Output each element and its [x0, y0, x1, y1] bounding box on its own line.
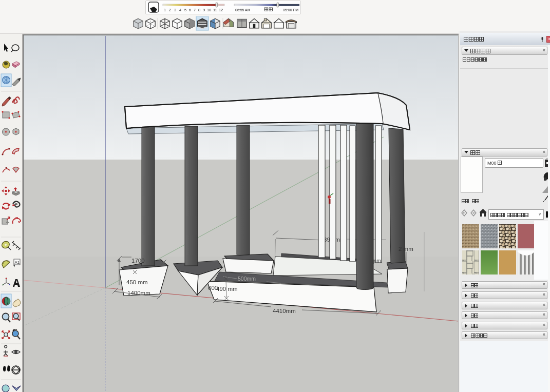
svg-text:11: 11	[213, 8, 217, 12]
svg-text:4: 4	[179, 8, 181, 12]
svg-text:06:55 AM: 06:55 AM	[235, 8, 251, 12]
svg-text:6: 6	[189, 8, 191, 12]
svg-text:490 mm: 490 mm	[216, 286, 238, 292]
svg-text:5: 5	[184, 8, 186, 12]
svg-text:10: 10	[207, 8, 211, 12]
svg-text:A1: A1	[15, 260, 20, 265]
svg-text:8: 8	[198, 8, 200, 12]
svg-text:1: 1	[164, 8, 166, 12]
svg-text:3: 3	[174, 8, 176, 12]
svg-text:9: 9	[203, 8, 205, 12]
svg-text:1400mm: 1400mm	[127, 290, 150, 296]
svg-text:05:00 PM: 05:00 PM	[283, 8, 298, 12]
svg-text:500mm: 500mm	[238, 276, 256, 282]
svg-text:2 mm: 2 mm	[399, 246, 413, 252]
svg-text:4410mm: 4410mm	[273, 308, 296, 314]
svg-text:1700: 1700	[131, 258, 145, 264]
svg-text:2: 2	[169, 8, 171, 12]
svg-text:7: 7	[194, 8, 196, 12]
svg-text:12: 12	[219, 8, 223, 12]
svg-text:450 mm: 450 mm	[126, 279, 148, 285]
